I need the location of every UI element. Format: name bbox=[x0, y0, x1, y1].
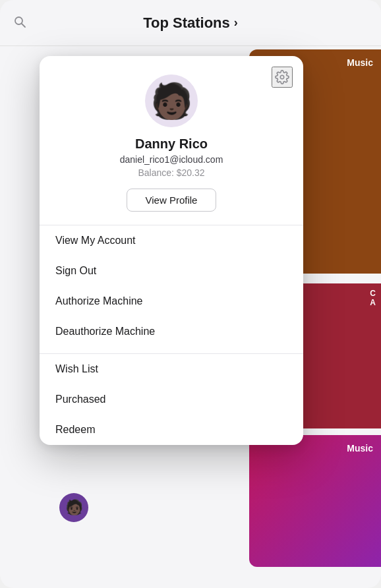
bg-card-purple: Music bbox=[249, 435, 381, 567]
user-balance: Balance: $20.32 bbox=[138, 167, 204, 178]
gear-button[interactable] bbox=[272, 67, 293, 88]
menu-group-1: View My Account Sign Out Authorize Machi… bbox=[40, 225, 303, 347]
page-title: Top Stations › bbox=[143, 15, 238, 32]
menu-item-view-account[interactable]: View My Account bbox=[40, 225, 303, 256]
chevron-icon: › bbox=[234, 16, 238, 30]
view-profile-button[interactable]: View Profile bbox=[127, 189, 217, 212]
svg-line-1 bbox=[22, 24, 25, 27]
menu-item-authorize[interactable]: Authorize Machine bbox=[40, 286, 303, 316]
menu-gap bbox=[40, 347, 303, 353]
profile-dropdown: 🧑🏿 Danny Rico daniel_rico1@icloud.com Ba… bbox=[40, 56, 303, 445]
menu-item-redeem[interactable]: Redeem bbox=[40, 415, 303, 445]
bg-header: Top Stations › bbox=[0, 0, 381, 46]
menu-group-2: Wish List Purchased Redeem bbox=[40, 354, 303, 445]
bg-card-brown-label: Music bbox=[347, 57, 373, 68]
user-name: Danny Rico bbox=[135, 136, 208, 152]
bg-avatar-small: 🧑🏿 bbox=[59, 493, 88, 522]
profile-section: 🧑🏿 Danny Rico daniel_rico1@icloud.com Ba… bbox=[40, 56, 303, 225]
svg-point-0 bbox=[15, 17, 22, 24]
bg-card-purple-label: Music bbox=[347, 443, 373, 454]
bg-card-middle-label: CA bbox=[370, 289, 376, 307]
user-email: daniel_rico1@icloud.com bbox=[120, 154, 223, 165]
menu-item-wish-list[interactable]: Wish List bbox=[40, 354, 303, 384]
avatar-emoji: 🧑🏿 bbox=[150, 84, 193, 118]
app-background: Top Stations › Music CA Music 🧑🏿 bbox=[0, 0, 381, 588]
svg-point-2 bbox=[280, 75, 284, 79]
avatar: 🧑🏿 bbox=[145, 74, 198, 127]
menu-item-purchased[interactable]: Purchased bbox=[40, 384, 303, 415]
bg-card-middle-right: CA bbox=[295, 283, 381, 428]
search-icon[interactable] bbox=[13, 15, 26, 31]
menu-item-deauthorize[interactable]: Deauthorize Machine bbox=[40, 316, 303, 347]
menu-item-sign-out[interactable]: Sign Out bbox=[40, 256, 303, 286]
title-text: Top Stations bbox=[143, 15, 230, 32]
